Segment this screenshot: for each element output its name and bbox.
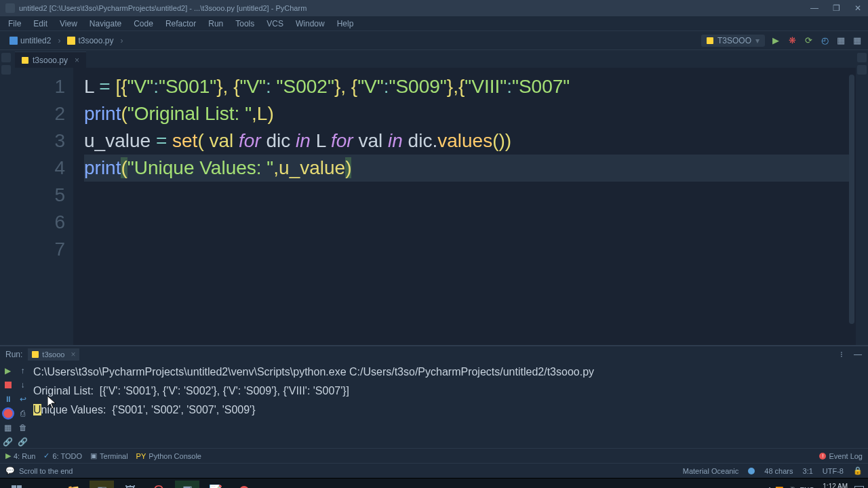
link2-button[interactable]: 🔗 — [17, 436, 29, 448]
lock-icon[interactable]: 🔒 — [853, 466, 863, 475]
menu-help[interactable]: Help — [332, 18, 359, 30]
status-chars[interactable]: 48 chars — [764, 467, 793, 475]
tab-filename: t3sooo.py — [33, 56, 68, 65]
notification-badge-icon: ! — [819, 453, 826, 460]
pause-button[interactable]: ⏸ — [2, 393, 14, 405]
run-config-name: T3SOOO — [717, 36, 751, 45]
start-button[interactable] — [4, 481, 28, 489]
down-button[interactable]: ↓ — [17, 379, 29, 391]
pyconsole-tab-button[interactable]: PY Python Console — [136, 452, 201, 460]
menu-tools[interactable]: Tools — [230, 18, 260, 30]
editor-tab[interactable]: t3sooo.py × — [15, 52, 86, 68]
line-number: 6 — [12, 209, 65, 236]
python-icon — [32, 351, 39, 358]
search-button[interactable]: ▦ — [852, 35, 863, 46]
breadcrumb-file[interactable]: t3sooo.py — [63, 35, 117, 47]
stop-button[interactable] — [2, 379, 14, 391]
code-content[interactable]: L = [{"V":"S001"}, {"V": "S002"}, {"V":"… — [73, 68, 856, 345]
todo-tab-button[interactable]: ✓ 6: TODO — [43, 451, 82, 460]
breadcrumb-project-label: untitled2 — [20, 36, 51, 45]
run-panel-label: Run: — [5, 350, 22, 359]
coverage-button[interactable]: ⟳ — [803, 35, 814, 46]
link-button[interactable]: 🔗 — [2, 436, 14, 448]
window-title: untitled2 [C:\Users\t3so\PycharmProjects… — [19, 4, 307, 12]
recorder-app[interactable] — [232, 481, 256, 489]
windows-logo-icon — [12, 485, 22, 488]
trash-button[interactable]: 🗑 — [17, 422, 29, 434]
terminal-tab-label: Terminal — [100, 452, 128, 460]
close-icon[interactable]: × — [75, 56, 79, 65]
status-theme[interactable]: Material Oceanic — [683, 467, 739, 475]
event-log-button[interactable]: ! Event Log — [819, 452, 863, 460]
python-icon — [67, 37, 75, 45]
search-button[interactable]: ⌕ — [33, 481, 57, 489]
close-icon[interactable]: × — [71, 350, 75, 359]
menu-vcs[interactable]: VCS — [261, 18, 289, 30]
taskbar-clock[interactable]: 1:12 AM 3/1/2019 — [821, 483, 848, 489]
output-line: C:\Users\t3so\PycharmProjects\untitled2\… — [33, 363, 865, 382]
menubar: File Edit View Navigate Code Refactor Ru… — [0, 16, 868, 31]
debug-button[interactable]: ❋ — [787, 35, 797, 46]
run-tool-window: Run: t3sooo × ⁝ — ▶ ↑ ↓ ⏸ ↩ — [0, 345, 868, 448]
attach-button[interactable]: ▦ — [835, 35, 846, 46]
profile-button[interactable]: ◴ — [819, 35, 830, 46]
output-line: Unique Values: {'S001', 'S002', 'S007', … — [33, 401, 865, 420]
minimize-button[interactable]: — — [810, 3, 819, 13]
pyconsole-tab-label: Python Console — [149, 452, 201, 460]
wrap-button[interactable]: ↩ — [17, 393, 29, 405]
settings-icon[interactable]: ⁝ — [837, 350, 846, 359]
breadcrumb-project[interactable]: untitled2 — [5, 35, 55, 47]
line-number: 1 — [12, 73, 65, 100]
photos-app[interactable]: 🖼 — [118, 481, 142, 489]
menu-run[interactable]: Run — [203, 18, 229, 30]
left-tool-gutter — [0, 50, 12, 345]
database-tool-icon[interactable] — [857, 65, 867, 75]
project-tool-icon[interactable] — [1, 53, 11, 62]
code-editor[interactable]: 1 2 3 4 5 6 7 L = [{"V":"S001"}, {"V": "… — [12, 68, 856, 345]
layout-button[interactable]: ▦ — [2, 422, 14, 434]
record-button[interactable] — [2, 407, 14, 420]
todo-tab-label: 6: TODO — [52, 452, 82, 460]
play-icon: ▶ — [5, 451, 11, 460]
maximize-button[interactable]: ❐ — [831, 3, 841, 13]
status-encoding[interactable]: UTF-8 — [823, 467, 844, 475]
opera-app[interactable]: O — [146, 481, 171, 489]
line-number: 2 — [12, 100, 65, 127]
terminal-tab-button[interactable]: ▣ Terminal — [90, 451, 128, 460]
notification-center-icon[interactable] — [854, 486, 864, 489]
notepad-app[interactable]: 📝 — [203, 481, 228, 489]
structure-tool-icon[interactable] — [1, 65, 11, 75]
menu-window[interactable]: Window — [290, 18, 330, 30]
close-button[interactable]: ✕ — [853, 3, 863, 13]
up-button[interactable]: ↑ — [17, 365, 29, 377]
sciview-tool-icon[interactable] — [857, 53, 867, 62]
status-position[interactable]: 3:1 — [803, 467, 813, 475]
windows-taskbar: ⌕ 📁 ◧ 🖼 O ◩ 📝 ^ 📶 🔊 ENG 1:12 AM 3/1/2019 — [0, 478, 868, 488]
menu-code[interactable]: Code — [128, 18, 159, 30]
menu-edit[interactable]: Edit — [28, 18, 53, 30]
run-tab[interactable]: t3sooo × — [28, 348, 79, 361]
rerun-button[interactable]: ▶ — [2, 365, 14, 377]
editor-scrollbar[interactable] — [849, 75, 854, 324]
toolbar: untitled2 › t3sooo.py › T3SOOO ▾ ▶ ❋ ⟳ ◴… — [0, 31, 868, 50]
event-log-label: Event Log — [829, 452, 863, 460]
python-icon — [22, 57, 28, 64]
print-button[interactable]: ⎙ — [17, 407, 29, 420]
pycharm-app[interactable]: ◩ — [175, 481, 199, 489]
run-config-dropdown[interactable]: T3SOOO ▾ — [701, 35, 765, 47]
hide-icon[interactable]: — — [853, 350, 863, 359]
file-explorer-app[interactable]: 📁 — [61, 481, 85, 489]
menu-file[interactable]: File — [3, 18, 26, 30]
sublime-app[interactable]: ◧ — [90, 481, 114, 489]
run-tab-label: 4: Run — [14, 452, 35, 460]
statusbar: 💬 Scroll to the end Material Oceanic 48 … — [0, 463, 868, 478]
menu-navigate[interactable]: Navigate — [84, 18, 127, 30]
run-button[interactable]: ▶ — [770, 35, 781, 46]
chevron-right-icon: › — [58, 36, 60, 45]
menu-view[interactable]: View — [54, 18, 83, 30]
run-tab-name: t3sooo — [42, 350, 64, 359]
run-tab-button[interactable]: ▶ 4: Run — [5, 451, 35, 460]
run-output[interactable]: C:\Users\t3so\PycharmProjects\untitled2\… — [31, 363, 868, 448]
line-number: 3 — [12, 127, 65, 155]
menu-refactor[interactable]: Refactor — [160, 18, 201, 30]
